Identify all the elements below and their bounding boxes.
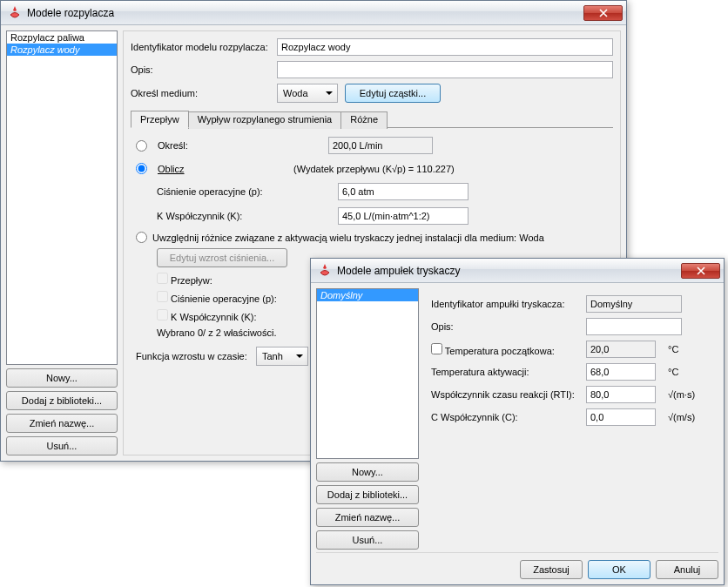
- ok-button[interactable]: OK: [588, 560, 650, 579]
- medium-label: Określ medium:: [131, 88, 270, 98]
- cb-pressure-label: Ciśnienie operacyjne (p):: [171, 294, 277, 304]
- radio-specify-label: Określ:: [158, 140, 227, 151]
- c-label: C Współczynnik (C):: [431, 412, 579, 422]
- cb-flow-label: Przepływ:: [171, 275, 212, 286]
- id-label: Identyfikator ampułki tryskacza:: [431, 299, 579, 309]
- radio-calc-label: Oblicz: [158, 164, 227, 174]
- medium-combo[interactable]: Woda: [277, 84, 338, 103]
- model-list[interactable]: Domyślny: [316, 288, 419, 459]
- rti-label: Współczynnik czasu reakcji (RTI):: [431, 389, 579, 400]
- tstart-label: Temperatura początkowa:: [431, 343, 579, 356]
- takt-unit: °C: [668, 367, 678, 377]
- k-label: K Współczynnik (K):: [157, 211, 331, 221]
- cb-pressure: [157, 291, 168, 302]
- dialog-buttons: Zastosuj OK Anuluj: [316, 552, 718, 579]
- radio-multi[interactable]: [136, 232, 147, 243]
- close-button[interactable]: [583, 5, 623, 21]
- time-func-label: Funkcja wzrostu w czasie:: [136, 351, 249, 361]
- app-icon: [318, 264, 332, 278]
- model-list[interactable]: Rozpylacz paliwa Rozpylacz wody: [6, 30, 118, 365]
- apply-button[interactable]: Zastosuj: [520, 560, 583, 579]
- selection-summary: Wybrano 0/ z 2 właściwości.: [157, 327, 276, 338]
- cb-k: [157, 309, 168, 320]
- tstart-checkbox[interactable]: [431, 343, 442, 354]
- opis-input[interactable]: [277, 61, 613, 78]
- c-input[interactable]: [586, 408, 656, 426]
- rename-button[interactable]: Zmień nazwę...: [316, 508, 419, 527]
- tab-strip: Przepływ Wypływ rozpylanego strumienia R…: [131, 110, 613, 128]
- opis-label: Opis:: [131, 64, 270, 75]
- pressure-input[interactable]: [338, 183, 468, 200]
- k-input[interactable]: [338, 207, 468, 225]
- id-input[interactable]: [277, 38, 613, 56]
- edit-particles-button[interactable]: Edytuj cząstki...: [345, 84, 441, 103]
- edit-pressure-rise-button: Edytuj wzrost ciśnienia...: [157, 248, 287, 267]
- takt-label: Temperatura aktywacji:: [431, 367, 579, 377]
- rti-input[interactable]: [586, 386, 656, 403]
- tstart-input: [586, 341, 656, 358]
- delete-button[interactable]: Usuń...: [6, 436, 118, 455]
- opis-input[interactable]: [586, 318, 682, 335]
- close-button[interactable]: [681, 263, 720, 279]
- takt-input[interactable]: [586, 363, 656, 381]
- specify-value: [328, 137, 433, 154]
- list-item[interactable]: Rozpylacz paliwa: [7, 31, 117, 44]
- cancel-button[interactable]: Anuluj: [656, 560, 718, 579]
- new-button[interactable]: Nowy...: [316, 462, 419, 482]
- titlebar[interactable]: Modele rozpylacza: [1, 1, 626, 25]
- time-func-combo[interactable]: Tanh: [256, 347, 308, 366]
- c-unit: √(m/s): [668, 412, 695, 422]
- tab-misc[interactable]: Różne: [340, 111, 388, 129]
- side-panel: Rozpylacz paliwa Rozpylacz wody Nowy... …: [6, 30, 118, 455]
- radio-calc[interactable]: [136, 163, 147, 174]
- calc-note: (Wydatek przepływu (K√p) = 110.227): [293, 164, 455, 174]
- add-from-library-button[interactable]: Dodaj z biblioteki...: [6, 391, 118, 410]
- list-item[interactable]: Domyślny: [317, 289, 418, 301]
- cb-flow: [157, 273, 168, 284]
- tstart-unit: °C: [668, 344, 678, 354]
- tab-spray-output[interactable]: Wypływ rozpylanego strumienia: [188, 111, 342, 129]
- rename-button[interactable]: Zmień nazwę...: [6, 414, 118, 433]
- opis-label: Opis:: [431, 321, 579, 332]
- list-item[interactable]: Rozpylacz wody: [7, 44, 117, 56]
- main-panel: Identyfikator ampułki tryskacza: Opis: T…: [424, 288, 718, 550]
- delete-button[interactable]: Usuń...: [316, 530, 419, 550]
- side-panel: Domyślny Nowy... Dodaj z biblioteki... Z…: [316, 288, 419, 550]
- tab-flow[interactable]: Przepływ: [131, 111, 189, 128]
- cb-k-label: K Współczynnik (K):: [171, 312, 256, 322]
- pressure-label: Ciśnienie operacyjne (p):: [157, 186, 331, 197]
- id-input[interactable]: [586, 295, 682, 313]
- window-title: Modele ampułek tryskaczy: [337, 265, 681, 277]
- link-models-dialog: Modele ampułek tryskaczy Domyślny Nowy..…: [310, 258, 725, 585]
- app-icon: [8, 6, 22, 20]
- titlebar[interactable]: Modele ampułek tryskaczy: [311, 259, 724, 283]
- new-button[interactable]: Nowy...: [6, 368, 118, 388]
- radio-multi-label: Uwzględnij różnice związane z aktywacją …: [152, 233, 544, 243]
- add-from-library-button[interactable]: Dodaj z biblioteki...: [316, 485, 419, 504]
- window-title: Modele rozpylacza: [27, 7, 583, 19]
- radio-specify[interactable]: [136, 140, 147, 152]
- id-label: Identyfikator modelu rozpylacza:: [131, 42, 270, 52]
- rti-unit: √(m·s): [668, 389, 695, 400]
